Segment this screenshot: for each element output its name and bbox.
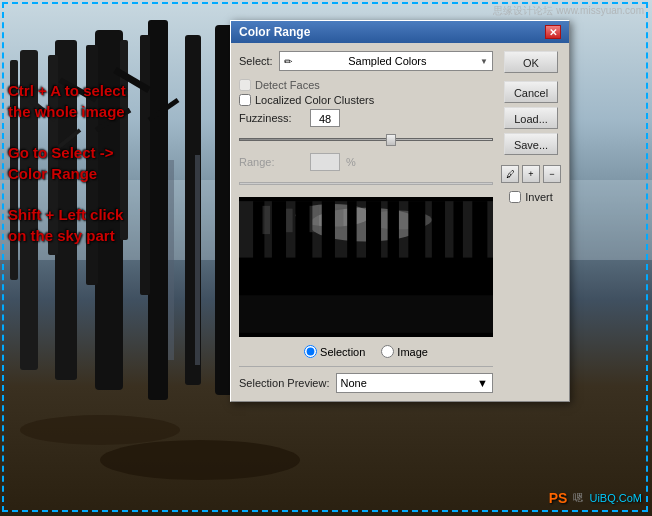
svg-rect-41 [263, 206, 271, 234]
dialog-sidebar: OK Cancel Load... Save... 🖊 + − Invert [501, 51, 561, 393]
localized-checkbox[interactable] [239, 94, 251, 106]
range-row: Range: % [239, 153, 493, 171]
svg-rect-40 [239, 295, 493, 333]
site-badge-1: 嗯 [573, 491, 583, 505]
eyedropper-add-button[interactable]: + [522, 165, 540, 183]
annotation-line: on the sky part [8, 225, 126, 246]
annotation-shift-click: Shift + Left click on the sky part [8, 204, 126, 246]
eyedropper-remove-button[interactable]: − [543, 165, 561, 183]
dialog-main-panel: Select: ✏ Sampled Colors ▼ Detect Faces … [239, 51, 493, 393]
selection-preview-label: Selection Preview: [239, 377, 330, 389]
localized-label: Localized Color Clusters [255, 94, 374, 106]
watermark-top: 思缘设计论坛 www.missyuan.com [493, 4, 644, 18]
save-button[interactable]: Save... [504, 133, 558, 155]
dropdown-arrow-icon: ▼ [480, 57, 488, 66]
watermarks-bottom: PS 嗯 UiBQ.CoM [549, 490, 642, 506]
select-dropdown-icon: ✏ [284, 56, 292, 67]
select-label: Select: [239, 55, 273, 67]
svg-rect-22 [168, 160, 174, 360]
select-row: Select: ✏ Sampled Colors ▼ [239, 51, 493, 71]
preview-dropdown-arrow: ▼ [477, 377, 488, 389]
dialog-body: Select: ✏ Sampled Colors ▼ Detect Faces … [231, 43, 569, 401]
selection-preview-image [239, 197, 493, 337]
color-range-dialog: Color Range ✕ Select: ✏ Sampled Colors ▼… [230, 20, 570, 402]
svg-rect-44 [335, 208, 343, 229]
select-dropdown[interactable]: ✏ Sampled Colors ▼ [279, 51, 493, 71]
svg-rect-11 [140, 35, 150, 295]
range-label: Range: [239, 156, 304, 168]
site-badge-2: UiBQ.CoM [589, 492, 642, 504]
svg-rect-43 [310, 206, 319, 232]
invert-checkbox[interactable] [509, 191, 521, 203]
localized-color-clusters-row: Localized Color Clusters [239, 94, 493, 106]
selection-preview-dropdown[interactable]: None ▼ [336, 373, 494, 393]
slider-thumb[interactable] [386, 134, 396, 146]
fuzziness-value[interactable]: 48 [310, 109, 340, 127]
detect-faces-row: Detect Faces [239, 79, 493, 91]
preview-svg [239, 197, 493, 337]
image-radio-label: Image [397, 346, 428, 358]
annotation-line: Go to Select -> [8, 142, 126, 163]
selection-radio-item[interactable]: Selection [304, 345, 365, 358]
selection-preview-row: Selection Preview: None ▼ [239, 366, 493, 393]
ps-badge: PS [549, 490, 568, 506]
dialog-titlebar: Color Range ✕ [231, 21, 569, 43]
fuzziness-label: Fuzziness: [239, 112, 304, 124]
view-mode-row: Selection Image [239, 345, 493, 358]
annotation-goto-select: Go to Select -> Color Range [8, 142, 126, 184]
selection-radio-label: Selection [320, 346, 365, 358]
fuzziness-row: Fuzziness: 48 [239, 109, 493, 127]
svg-point-20 [20, 415, 180, 445]
range-value-input[interactable] [310, 153, 340, 171]
invert-label: Invert [525, 191, 553, 203]
eyedropper-tools: 🖊 + − [501, 165, 561, 183]
dialog-close-button[interactable]: ✕ [545, 25, 561, 39]
svg-rect-10 [148, 20, 168, 400]
preview-select-value: None [341, 377, 367, 389]
cancel-button[interactable]: Cancel [504, 81, 558, 103]
image-radio[interactable] [381, 345, 394, 358]
image-radio-item[interactable]: Image [381, 345, 428, 358]
selection-radio[interactable] [304, 345, 317, 358]
slider-track [239, 138, 493, 141]
detect-faces-checkbox[interactable] [239, 79, 251, 91]
annotations-panel: Ctrl + A to select the whole image Go to… [8, 80, 126, 266]
fuzziness-slider[interactable] [239, 131, 493, 147]
eyedropper-add-icon: + [528, 169, 533, 179]
dialog-title: Color Range [239, 25, 310, 39]
range-slider [239, 175, 493, 191]
select-dropdown-value: Sampled Colors [348, 55, 426, 67]
annotation-line: Color Range [8, 163, 126, 184]
watermark-text: 思缘设计论坛 www.missyuan.com [493, 5, 644, 16]
eyedropper-icon: 🖊 [506, 169, 515, 179]
svg-rect-42 [286, 209, 293, 233]
invert-row: Invert [509, 191, 553, 203]
eyedropper-button[interactable]: 🖊 [501, 165, 519, 183]
load-button[interactable]: Load... [504, 107, 558, 129]
svg-rect-23 [195, 155, 200, 365]
annotation-line: Ctrl + A to select [8, 80, 126, 101]
annotation-line: Shift + Left click [8, 204, 126, 225]
annotation-line: the whole image [8, 101, 126, 122]
range-slider-track [239, 182, 493, 185]
range-unit: % [346, 156, 356, 168]
eyedropper-remove-icon: − [549, 169, 554, 179]
ok-button[interactable]: OK [504, 51, 558, 73]
annotation-ctrl-a: Ctrl + A to select the whole image [8, 80, 126, 122]
detect-faces-label: Detect Faces [255, 79, 320, 91]
svg-point-21 [100, 440, 300, 480]
